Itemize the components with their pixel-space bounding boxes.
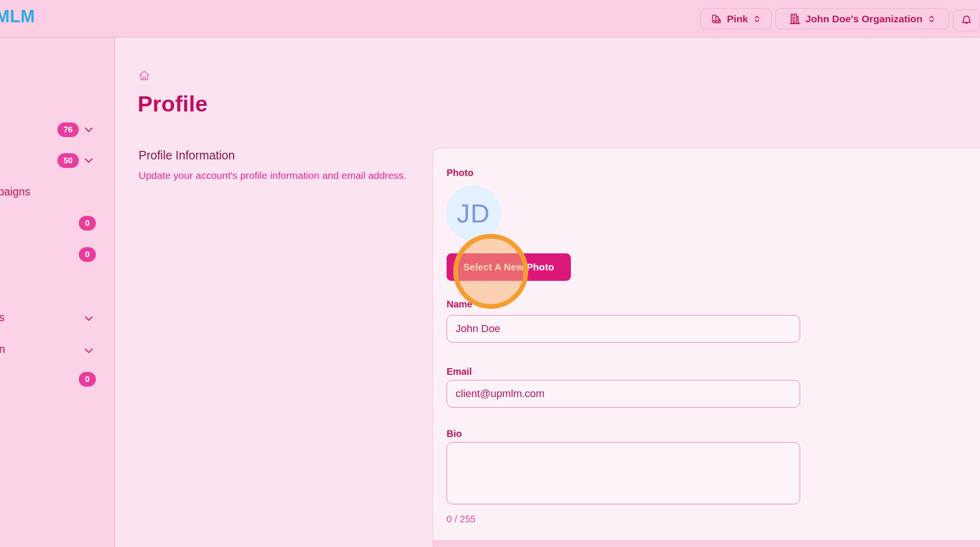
photo-label: Photo (447, 167, 474, 178)
sidebar-badge[interactable]: 0 (79, 216, 96, 231)
sidebar-item-label[interactable]: s (0, 311, 5, 324)
chevron-up-down-icon (927, 14, 936, 24)
top-bar: MLM Pink John Doe's (0, 0, 980, 37)
notifications-button[interactable] (953, 9, 980, 31)
sidebar-badge[interactable]: 0 (79, 247, 96, 262)
name-input[interactable] (447, 315, 800, 343)
theme-switcher-button[interactable]: Pink (700, 8, 772, 29)
avatar: JD (446, 185, 501, 241)
building-icon (788, 12, 801, 25)
bio-counter: 0 / 255 (447, 514, 476, 525)
card-footer (433, 540, 980, 547)
section-title: Profile Information (139, 148, 235, 162)
email-label: Email (447, 366, 472, 377)
sidebar-badge[interactable]: 0 (79, 372, 96, 387)
organization-switcher-button[interactable]: John Doe's Organization (775, 8, 949, 29)
chevron-down-icon[interactable] (83, 155, 94, 166)
sidebar-badge[interactable]: 76 (57, 122, 79, 137)
sidebar-item-label[interactable]: n (0, 343, 5, 356)
chevron-down-icon[interactable] (83, 124, 94, 135)
chevron-down-icon[interactable] (83, 345, 94, 356)
sidebar-item-label[interactable]: paigns (0, 185, 30, 198)
bell-icon (960, 14, 973, 27)
organization-label: John Doe's Organization (805, 13, 923, 25)
chevron-down-icon[interactable] (83, 313, 94, 324)
app-logo[interactable]: MLM (0, 7, 35, 27)
bio-label: Bio (447, 428, 462, 439)
sidebar-badge[interactable]: 50 (57, 153, 79, 168)
breadcrumb-home[interactable] (138, 69, 150, 82)
theme-label: Pink (727, 13, 748, 25)
swatch-icon (710, 13, 723, 25)
main-content: Profile Profile Information Update your … (115, 37, 980, 547)
sidebar: 76 50 paigns 0 0 s n 0 (0, 37, 115, 547)
bio-textarea[interactable] (447, 442, 800, 504)
home-icon (138, 69, 150, 82)
section-description: Update your account's profile informatio… (139, 170, 406, 181)
email-input[interactable] (447, 380, 800, 408)
page-title: Profile (138, 91, 208, 117)
profile-card: Photo JD Select A New Photo Name Email B… (433, 148, 980, 547)
avatar-initials: JD (457, 198, 490, 229)
chevron-up-down-icon (752, 14, 762, 24)
select-new-photo-button[interactable]: Select A New Photo (447, 253, 571, 281)
name-label: Name (447, 299, 472, 310)
